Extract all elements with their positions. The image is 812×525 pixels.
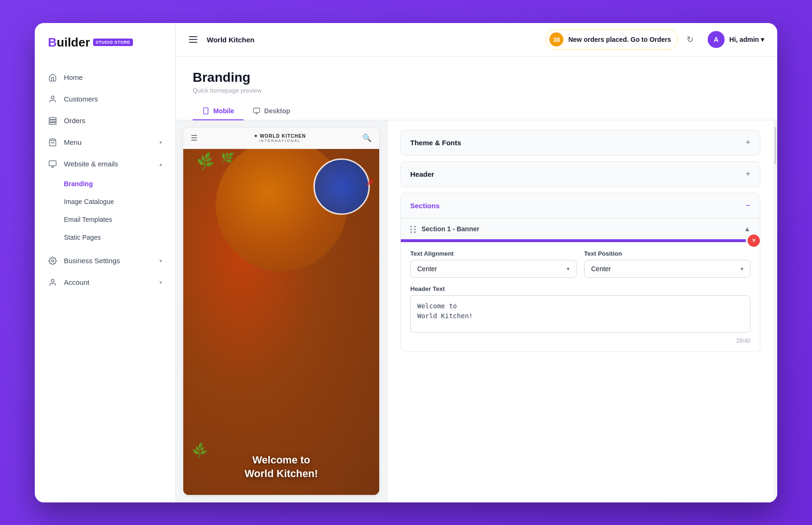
svg-rect-12 [254, 108, 260, 112]
page-subtitle: Quick homepage preview [193, 87, 760, 94]
sidebar-item-label-home: Home [64, 73, 83, 81]
menu-arrow-icon: ▾ [159, 139, 162, 146]
sidebar-item-orders[interactable]: Orders [35, 110, 175, 132]
sidebar-sub-item-image-catalogue[interactable]: Image Catalogue [35, 193, 175, 211]
sidebar-sub-label-static-pages: Static Pages [64, 234, 101, 241]
header-text-textarea[interactable]: Welcome to World Kitchen! [410, 295, 750, 333]
business-settings-arrow-icon: ▾ [159, 258, 162, 264]
mobile-frame: ☰ ✦ WORLD KITCHEN INTERNATIONAL 🔍 [183, 128, 379, 495]
sidebar-item-website-emails[interactable]: Website & emails ▴ [35, 153, 175, 175]
orders-icon [48, 116, 57, 125]
text-position-value: Center [591, 265, 611, 273]
header-section-title: Header [410, 170, 434, 178]
right-panel-scrollbar[interactable] [773, 120, 777, 502]
notification-message: New orders placed. Go to Orders [568, 36, 671, 43]
section1-chevron-icon: ▲ [744, 225, 750, 233]
sidebar-sub-item-static-pages[interactable]: Static Pages [35, 228, 175, 246]
theme-fonts-header[interactable]: Theme & Fonts + [401, 130, 760, 155]
page-title: Branding [193, 70, 760, 85]
svg-rect-2 [49, 120, 56, 122]
tab-mobile-label: Mobile [213, 107, 234, 115]
text-position-arrow-icon: ▾ [741, 266, 743, 272]
account-arrow-icon: ▾ [159, 279, 162, 286]
notification-pill[interactable]: 38 New orders placed. Go to Orders [546, 29, 678, 50]
website-icon [48, 159, 57, 169]
sidebar-item-account[interactable]: Account ▾ [35, 272, 175, 293]
website-arrow-icon: ▴ [159, 161, 162, 167]
sidebar-sub-item-branding[interactable]: Branding [35, 175, 175, 193]
section-action-button[interactable]: ✕ [748, 235, 760, 247]
mobile-food-image: 🌿 🌿 🌶 🌿 Welcome toWorld Kitchen! [183, 149, 379, 495]
panel-section-sections: Sections − Section 1 - Banner ▲ [400, 193, 760, 352]
header-text-group: Header Text Welcome to World Kitchen! 26… [410, 285, 750, 344]
user-avatar: A [708, 31, 725, 48]
text-position-select[interactable]: Center ▾ [584, 260, 750, 278]
sidebar-logo: Builder STUDIO STORE [35, 23, 175, 62]
mobile-search-icon: 🔍 [362, 133, 372, 142]
text-position-group: Text Position Center ▾ [584, 250, 750, 278]
mobile-hamburger-icon: ☰ [191, 133, 197, 142]
header-text-label: Header Text [410, 285, 750, 292]
user-greeting: Hi, admin ▾ [729, 36, 764, 43]
sidebar-navigation: Home Customers [35, 62, 175, 502]
sidebar-item-label-customers: Customers [64, 95, 98, 103]
svg-rect-3 [49, 122, 56, 124]
progress-bar [401, 239, 746, 242]
refresh-icon[interactable]: ↻ [687, 34, 694, 45]
sidebar-sub-label-email-templates: Email Templates [64, 216, 112, 223]
sidebar-item-business-settings[interactable]: Business Settings ▾ [35, 250, 175, 272]
dropdown-chevron: ▾ [759, 36, 764, 43]
topbar: World Kitchen 38 New orders placed. Go t… [176, 23, 777, 57]
text-alignment-label: Text Alignment [410, 250, 577, 257]
sections-title: Sections [410, 202, 440, 210]
tab-mobile[interactable]: Mobile [193, 102, 243, 120]
sidebar-item-label-business-settings: Business Settings [64, 257, 120, 265]
mobile-topbar: ☰ ✦ WORLD KITCHEN INTERNATIONAL 🔍 [183, 128, 379, 149]
progress-bar-container: ✕ [401, 239, 760, 242]
panel-section-header: Header + [400, 161, 760, 187]
sidebar-item-label-website: Website & emails [64, 160, 118, 168]
text-alignment-arrow-icon: ▾ [567, 266, 570, 272]
header-section-header[interactable]: Header + [401, 162, 760, 187]
page-area: Branding Quick homepage preview Mobile [176, 57, 777, 502]
tab-desktop-label: Desktop [264, 107, 290, 115]
page-header: Branding Quick homepage preview [176, 57, 777, 94]
home-icon [48, 73, 57, 82]
text-alignment-select[interactable]: Center ▾ [410, 260, 577, 278]
logo-badge: STUDIO STORE [93, 39, 133, 46]
svg-point-9 [51, 279, 54, 282]
section1-banner-header[interactable]: Section 1 - Banner ▲ [401, 218, 760, 239]
sidebar: Builder STUDIO STORE Home [35, 23, 176, 502]
sections-collapse-icon: − [745, 201, 750, 211]
sections-section-header[interactable]: Sections − [401, 193, 760, 218]
header-expand-icon: + [745, 169, 750, 179]
text-alignment-group: Text Alignment Center ▾ [410, 250, 577, 278]
mobile-brand-logo: ✦ WORLD KITCHEN INTERNATIONAL [254, 133, 306, 143]
sidebar-sub-label-branding: Branding [64, 180, 93, 188]
sidebar-item-menu[interactable]: Menu ▾ [35, 132, 175, 153]
scrollbar-thumb [774, 127, 776, 165]
hamburger-menu-button[interactable] [189, 36, 197, 43]
sidebar-item-label-orders: Orders [64, 117, 86, 125]
settings-icon [48, 256, 57, 266]
logo-b: B [48, 35, 57, 49]
menu-icon [48, 138, 57, 147]
sidebar-item-customers[interactable]: Customers [35, 88, 175, 110]
tab-desktop[interactable]: Desktop [243, 102, 299, 120]
svg-rect-1 [49, 118, 56, 119]
panel-section-theme-fonts: Theme & Fonts + [400, 130, 760, 156]
store-name: World Kitchen [207, 36, 254, 44]
customers-icon [48, 94, 57, 104]
user-menu[interactable]: A Hi, admin ▾ [708, 31, 764, 48]
logo-rest: uilder [57, 35, 90, 49]
text-position-label: Text Position [584, 250, 750, 257]
sidebar-sub-item-email-templates[interactable]: Email Templates [35, 211, 175, 228]
main-content: World Kitchen 38 New orders placed. Go t… [176, 23, 777, 502]
theme-fonts-expand-icon: + [745, 138, 750, 148]
sections-form-body: Text Alignment Center ▾ Text Position [401, 242, 760, 352]
section1-banner-title: Section 1 - Banner [410, 225, 479, 233]
sidebar-item-home[interactable]: Home [35, 67, 175, 88]
sidebar-sub-label-image-catalogue: Image Catalogue [64, 198, 114, 205]
page-tabs: Mobile Desktop [176, 94, 777, 120]
desktop-icon [253, 107, 260, 115]
